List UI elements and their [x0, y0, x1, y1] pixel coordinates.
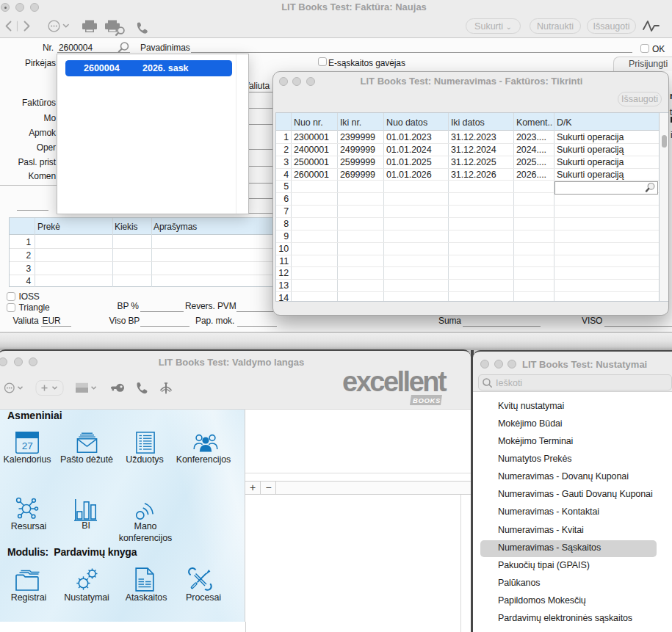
- svg-text:27: 27: [22, 440, 33, 451]
